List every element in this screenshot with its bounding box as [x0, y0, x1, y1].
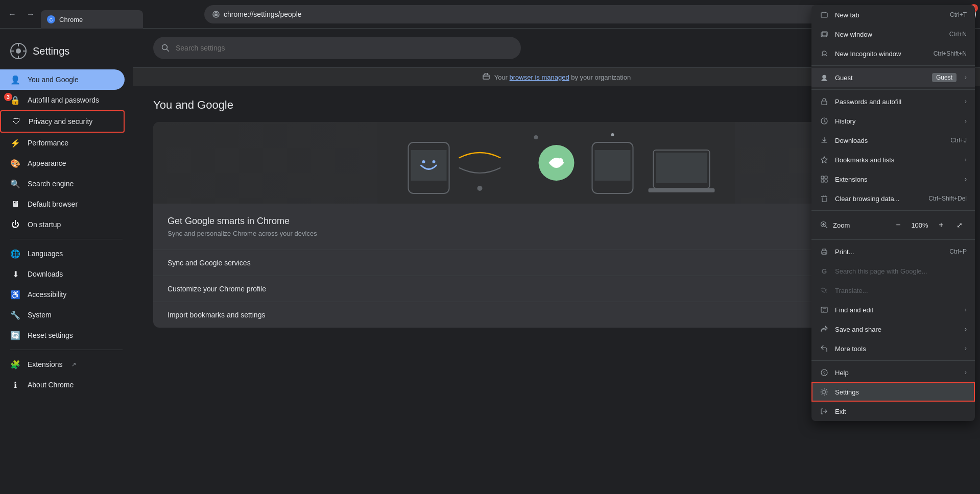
zoom-plus-button[interactable]: + — [934, 218, 948, 232]
menu-item-new-incognito[interactable]: New Incognito window Ctrl+Shift+N — [811, 44, 975, 63]
svg-rect-50 — [823, 253, 826, 254]
menu-divider-1 — [811, 65, 975, 66]
menu-divider-4 — [811, 239, 975, 240]
menu-item-bookmarks[interactable]: Bookmarks and lists › — [811, 150, 975, 169]
menu-item-new-tab[interactable]: New tab Ctrl+T — [811, 5, 975, 24]
guest-arrow: › — [965, 74, 967, 81]
new-incognito-shortcut: Ctrl+Shift+N — [934, 50, 967, 57]
search-google-icon: G — [820, 266, 829, 276]
svg-rect-35 — [822, 101, 827, 105]
clear-browsing-shortcut: Ctrl+Shift+Del — [928, 195, 967, 202]
save-share-label: Save and share — [835, 326, 959, 333]
menu-item-more-tools[interactable]: More tools › — [811, 339, 975, 358]
menu-divider-3 — [811, 210, 975, 211]
zoom-expand-button[interactable]: ⤢ — [952, 218, 967, 232]
menu-section-1: New tab Ctrl+T New window Ctrl+N New Inc… — [811, 5, 975, 63]
svg-rect-41 — [825, 180, 827, 182]
save-share-icon — [820, 325, 829, 334]
clear-browsing-label: Clear browsing data... — [835, 195, 922, 203]
downloads-menu-shortcut: Ctrl+J — [950, 137, 967, 144]
menu-divider-5 — [811, 360, 975, 361]
new-tab-icon — [820, 10, 829, 19]
svg-rect-30 — [821, 13, 827, 17]
print-label: Print... — [835, 248, 943, 256]
help-label: Help — [835, 369, 959, 377]
svg-rect-40 — [821, 180, 824, 182]
zoom-minus-button[interactable]: − — [891, 218, 905, 232]
translate-icon — [820, 286, 829, 295]
svg-rect-38 — [821, 176, 824, 179]
history-label: History — [835, 117, 959, 125]
clear-browsing-icon — [820, 194, 829, 203]
print-shortcut: Ctrl+P — [949, 248, 967, 255]
bookmarks-arrow: › — [965, 156, 967, 163]
menu-item-print[interactable]: Print... Ctrl+P — [811, 242, 975, 261]
menu-item-translate: Translate... — [811, 281, 975, 300]
menu-item-find-edit[interactable]: Find and edit › — [811, 300, 975, 319]
menu-item-exit[interactable]: Exit — [811, 402, 975, 421]
svg-marker-37 — [821, 157, 827, 163]
passwords-icon — [820, 97, 829, 106]
search-google-label: Search this page with Google... — [835, 267, 967, 275]
menu-item-passwords[interactable]: Passwords and autofill › — [811, 92, 975, 111]
translate-label: Translate... — [835, 287, 967, 294]
menu-section-6: ? Help › 2 Settings Exit — [811, 363, 975, 421]
downloads-menu-label: Downloads — [835, 137, 944, 144]
passwords-label: Passwords and autofill — [835, 98, 959, 106]
more-tools-icon — [820, 344, 829, 353]
guest-label: Guest — [835, 74, 926, 82]
new-tab-label: New tab — [835, 11, 944, 19]
zoom-value: 100% — [910, 221, 930, 229]
settings-menu-icon — [820, 387, 829, 397]
zoom-icon — [820, 220, 829, 230]
incognito-icon — [820, 49, 829, 58]
menu-item-new-window[interactable]: New window Ctrl+N — [811, 24, 975, 44]
svg-point-34 — [822, 75, 826, 79]
settings-menu-label: Settings — [835, 388, 967, 396]
new-window-icon — [820, 30, 829, 39]
svg-rect-39 — [825, 176, 827, 179]
new-window-label: New window — [835, 31, 943, 38]
extensions-menu-label: Extensions — [835, 176, 959, 183]
more-tools-arrow: › — [965, 345, 967, 352]
find-edit-label: Find and edit — [835, 306, 959, 314]
history-icon — [820, 116, 829, 126]
print-icon — [820, 247, 829, 256]
menu-section-3: Passwords and autofill › History › Downl… — [811, 92, 975, 208]
exit-label: Exit — [835, 408, 967, 415]
menu-divider-2 — [811, 89, 975, 90]
zoom-label: Zoom — [833, 221, 887, 229]
exit-icon — [820, 407, 829, 416]
save-share-arrow: › — [965, 326, 967, 333]
menu-guest-section[interactable]: Guest Guest › — [811, 68, 975, 87]
menu-item-settings[interactable]: 2 Settings — [811, 382, 975, 402]
bookmarks-icon — [820, 155, 829, 164]
menu-item-extensions[interactable]: Extensions › — [811, 169, 975, 189]
new-tab-shortcut: Ctrl+T — [950, 11, 967, 18]
menu-item-clear-browsing[interactable]: Clear browsing data... Ctrl+Shift+Del — [811, 189, 975, 208]
menu-item-downloads[interactable]: Downloads Ctrl+J — [811, 131, 975, 150]
guest-badge: Guest — [932, 73, 957, 82]
dropdown-overlay: New tab Ctrl+T New window Ctrl+N New Inc… — [0, 0, 980, 494]
more-tools-label: More tools — [835, 345, 959, 353]
extensions-menu-icon — [820, 175, 829, 184]
menu-item-search-google: G Search this page with Google... — [811, 261, 975, 281]
dropdown-menu: New tab Ctrl+T New window Ctrl+N New Inc… — [811, 5, 975, 421]
menu-item-save-share[interactable]: Save and share › — [811, 319, 975, 339]
passwords-arrow: › — [965, 98, 967, 105]
svg-line-46 — [826, 227, 828, 229]
find-edit-icon — [820, 305, 829, 314]
new-incognito-label: New Incognito window — [835, 50, 927, 58]
menu-item-help[interactable]: ? Help › — [811, 363, 975, 382]
extensions-menu-arrow: › — [965, 176, 967, 183]
new-window-shortcut: Ctrl+N — [949, 31, 967, 38]
help-icon: ? — [820, 368, 829, 377]
svg-text:?: ? — [823, 370, 825, 376]
zoom-row: Zoom − 100% + ⤢ — [811, 213, 975, 237]
menu-section-5: Print... Ctrl+P G Search this page with … — [811, 242, 975, 358]
downloads-menu-icon — [820, 136, 829, 145]
bookmarks-label: Bookmarks and lists — [835, 156, 959, 164]
menu-item-history[interactable]: History › — [811, 111, 975, 131]
find-edit-arrow: › — [965, 306, 967, 313]
history-arrow: › — [965, 117, 967, 125]
